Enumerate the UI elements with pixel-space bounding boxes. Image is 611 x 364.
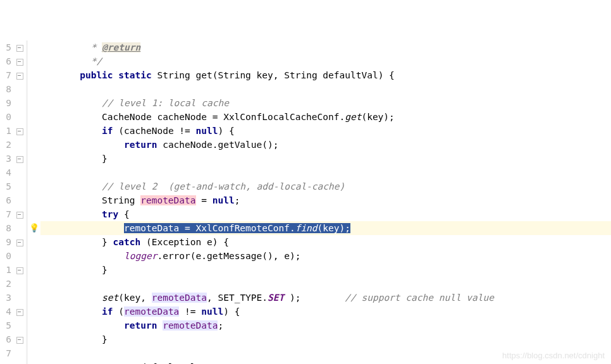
code-line[interactable]: try { — [40, 207, 611, 221]
gutter-row: 4 — [0, 305, 40, 318]
fold-gutter[interactable] — [13, 305, 28, 318]
gutter-row: 6 — [0, 54, 40, 68]
gutter-icon-slot — [28, 138, 40, 152]
gutter-icon-slot: 💡 — [28, 221, 40, 235]
gutter-row: 5 — [0, 318, 40, 332]
fold-gutter[interactable] — [13, 235, 28, 249]
code-line[interactable]: remoteData = XxlConfRemoteConf.find(key)… — [40, 221, 611, 235]
code-line[interactable]: // level 1: local cache — [40, 96, 611, 110]
fold-gutter — [13, 249, 28, 263]
fold-gutter — [13, 291, 28, 305]
gutter-icon-slot — [28, 40, 40, 54]
intention-bulb-icon[interactable]: 💡 — [29, 221, 39, 235]
code-line[interactable]: return defaultVal; — [40, 360, 611, 364]
fold-toggle-icon[interactable] — [16, 45, 22, 51]
gutter-icon-slot — [28, 318, 40, 332]
code-line[interactable]: * @return — [40, 40, 611, 54]
code-line[interactable]: return cacheNode.getValue(); — [40, 138, 611, 152]
fold-toggle-icon[interactable] — [16, 240, 22, 245]
fold-gutter[interactable] — [13, 263, 28, 277]
gutter-icon-slot — [28, 305, 40, 318]
fold-gutter[interactable] — [13, 207, 28, 221]
fold-gutter[interactable] — [13, 332, 28, 346]
code-line[interactable]: logger.error(e.getMessage(), e); — [40, 249, 611, 263]
code-line[interactable]: if (cacheNode != null) { — [40, 124, 611, 138]
fold-gutter — [13, 110, 28, 124]
line-number: 6 — [0, 193, 13, 207]
fold-gutter — [13, 96, 28, 110]
gutter-icon-slot — [28, 110, 40, 124]
code-line[interactable]: // level 2 (get-and-watch, add-local-cac… — [40, 179, 611, 193]
line-number: 5 — [0, 40, 13, 54]
fold-toggle-icon[interactable] — [16, 309, 22, 315]
line-number: 9 — [0, 235, 13, 249]
fold-toggle-icon[interactable] — [16, 337, 22, 343]
code-line[interactable]: } catch (Exception e) { — [40, 235, 611, 249]
line-number: 8 — [0, 221, 13, 235]
line-number: 2 — [0, 277, 13, 291]
fold-gutter — [13, 193, 28, 207]
fold-gutter — [13, 360, 28, 364]
gutter-row: 4 — [0, 166, 40, 179]
fold-toggle-icon[interactable] — [16, 156, 22, 162]
gutter-icon-slot — [28, 235, 40, 249]
fold-gutter — [13, 346, 28, 360]
code-line[interactable]: public static String get(String key, Str… — [40, 68, 611, 82]
gutter-row: 7 — [0, 346, 40, 360]
code-line[interactable]: String remoteData = null; — [40, 193, 611, 207]
watermark: https://blog.csdn.net/cdnight — [502, 351, 605, 360]
code-line[interactable] — [40, 82, 611, 96]
code-line[interactable]: CacheNode cacheNode = XxlConfLocalCacheC… — [40, 110, 611, 124]
code-line[interactable]: } — [40, 152, 611, 166]
code-line[interactable] — [40, 277, 611, 291]
fold-toggle-icon[interactable] — [16, 128, 22, 134]
fold-toggle-icon[interactable] — [16, 212, 22, 217]
gutter-icon-slot — [28, 249, 40, 263]
line-number: 0 — [0, 249, 13, 263]
line-number: 7 — [0, 68, 13, 82]
fold-gutter — [13, 179, 28, 193]
code-line[interactable]: return remoteData; — [40, 318, 611, 332]
line-number: 8 — [0, 360, 13, 364]
line-number: 4 — [0, 166, 13, 179]
gutter-row: 1 — [0, 124, 40, 138]
gutter-row: 2 — [0, 138, 40, 152]
code-line[interactable]: } — [40, 332, 611, 346]
gutter-icon-slot — [28, 54, 40, 68]
fold-gutter[interactable] — [13, 124, 28, 138]
fold-gutter[interactable] — [13, 40, 28, 54]
gutter-row: 8💡 — [0, 221, 40, 235]
fold-gutter — [13, 82, 28, 96]
fold-gutter[interactable] — [13, 54, 28, 68]
line-number: 6 — [0, 332, 13, 346]
line-number: 8 — [0, 82, 13, 96]
gutter-icon-slot — [28, 207, 40, 221]
gutter-row: 6 — [0, 332, 40, 346]
fold-gutter[interactable] — [13, 152, 28, 166]
gutter-icon-slot — [28, 263, 40, 277]
line-number: 3 — [0, 291, 13, 305]
gutter-row: 5 — [0, 40, 40, 54]
code-line[interactable]: if (remoteData != null) { — [40, 305, 611, 318]
fold-gutter — [13, 277, 28, 291]
gutter-row: 1 — [0, 263, 40, 277]
fold-toggle-icon[interactable] — [16, 267, 22, 273]
gutter-icon-slot — [28, 332, 40, 346]
gutter-row: 2 — [0, 277, 40, 291]
line-number: 6 — [0, 54, 13, 68]
code-line[interactable]: set(key, remoteData, SET_TYPE.SET ); // … — [40, 291, 611, 305]
gutter: 56789012345678💡901234567890 — [0, 40, 40, 364]
code-editor[interactable]: 56789012345678💡901234567890 * @return */… — [0, 40, 611, 364]
gutter-icon-slot — [28, 179, 40, 193]
code-line[interactable]: */ — [40, 54, 611, 68]
gutter-row: 7 — [0, 207, 40, 221]
fold-gutter[interactable] — [13, 68, 28, 82]
line-number: 4 — [0, 305, 13, 318]
gutter-icon-slot — [28, 291, 40, 305]
code-area[interactable]: * @return */ public static String get(St… — [40, 40, 611, 364]
fold-toggle-icon[interactable] — [16, 59, 22, 64]
fold-toggle-icon[interactable] — [16, 73, 22, 78]
code-line[interactable]: } — [40, 263, 611, 277]
code-line[interactable] — [40, 166, 611, 179]
line-number: 7 — [0, 207, 13, 221]
